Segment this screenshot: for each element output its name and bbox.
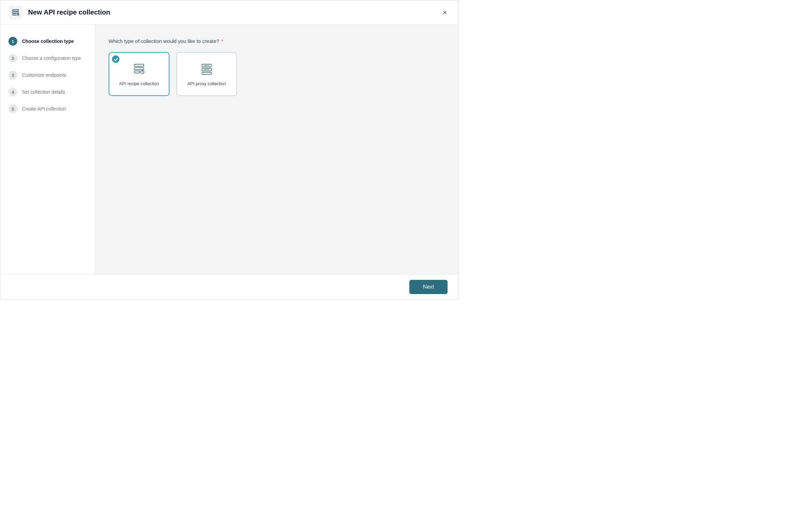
- step-label-5: Create API collection: [22, 106, 66, 112]
- question-label: Which type of collection would you like …: [109, 38, 445, 44]
- main-content: Which type of collection would you like …: [95, 25, 458, 274]
- svg-rect-1: [13, 12, 19, 13]
- dialog-title: New API recipe collection: [28, 8, 110, 16]
- sidebar-step-5[interactable]: 5 Create API collection: [0, 100, 95, 117]
- sidebar-step-4[interactable]: 4 Set collection details: [0, 83, 95, 100]
- next-button[interactable]: Next: [409, 280, 448, 294]
- step-label-4: Set collection details: [22, 89, 65, 95]
- step-number-4: 4: [8, 88, 17, 96]
- proxy-collection-label: API proxy collection: [187, 81, 226, 86]
- selected-check-icon: [112, 55, 120, 63]
- collection-card-recipe[interactable]: API recipe collection: [109, 52, 169, 96]
- sidebar: 1 Choose collection type 2 Choose a conf…: [0, 25, 95, 274]
- dialog: New API recipe collection 1 Choose colle…: [0, 0, 459, 300]
- step-number-5: 5: [8, 104, 17, 113]
- collection-options: API recipe collection API proxy collect: [109, 52, 445, 96]
- recipe-collection-label: API recipe collection: [119, 81, 159, 86]
- step-label-3: Customize endpoints: [22, 72, 66, 78]
- svg-rect-10: [134, 71, 140, 73]
- step-number-1: 1: [8, 37, 17, 45]
- recipe-collection-icon: [132, 62, 146, 77]
- dialog-footer: Next: [0, 274, 458, 300]
- svg-rect-2: [13, 14, 16, 15]
- header-icon: [8, 5, 23, 20]
- step-label-1: Choose collection type: [22, 39, 74, 44]
- dialog-body: 1 Choose collection type 2 Choose a conf…: [0, 25, 458, 274]
- step-number-3: 3: [8, 71, 17, 79]
- dialog-header: New API recipe collection: [0, 0, 458, 25]
- svg-rect-16: [202, 72, 212, 74]
- proxy-collection-icon: [200, 62, 214, 77]
- svg-rect-9: [134, 68, 144, 70]
- step-label-2: Choose a configuration type: [22, 55, 81, 61]
- required-star: *: [220, 38, 223, 44]
- sidebar-step-3[interactable]: 3 Customize endpoints: [0, 66, 95, 83]
- step-number-2: 2: [8, 54, 17, 62]
- close-button[interactable]: [439, 7, 450, 18]
- sidebar-step-2[interactable]: 2 Choose a configuration type: [0, 50, 95, 66]
- svg-rect-0: [13, 10, 19, 11]
- collection-card-proxy[interactable]: API proxy collection: [176, 52, 237, 96]
- sidebar-step-1[interactable]: 1 Choose collection type: [0, 33, 95, 50]
- svg-rect-8: [134, 64, 144, 66]
